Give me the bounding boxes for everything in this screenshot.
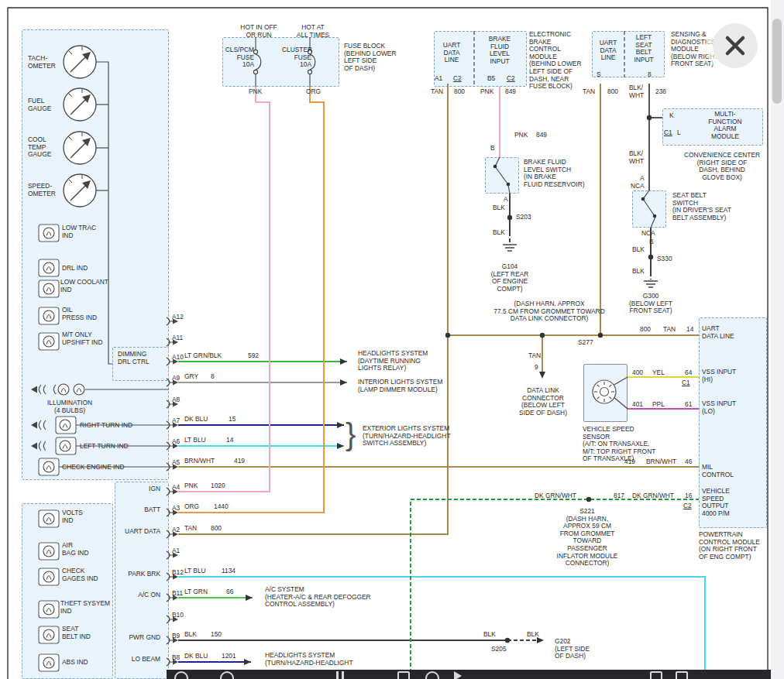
diagram-label: SENSING & DIAGNOSTICS MODULE (BELOW RIGH…: [671, 31, 718, 68]
diagram-label: 61: [685, 401, 692, 409]
diagram-label: 150: [211, 631, 222, 639]
diagram-label: 1020: [211, 482, 225, 490]
diagram-label: BLK: [483, 631, 496, 639]
diagram-label: 849: [536, 132, 547, 139]
diagram-label: S277: [578, 339, 593, 347]
diagram-label: 64: [685, 369, 692, 377]
diagram-label: B9: [172, 633, 180, 640]
close-button[interactable]: [713, 23, 758, 68]
scrollbar[interactable]: [771, 0, 784, 679]
diagram-label: BLK: [632, 268, 645, 276]
diagram-label: VSS INPUT (HI): [702, 369, 736, 383]
diagram-label: DK BLU: [184, 416, 208, 424]
diagram-label: 14: [686, 326, 693, 334]
scrollbar-thumb[interactable]: [772, 19, 782, 104]
diagram-label: A/C ON: [118, 592, 160, 599]
diagram-label: BLK: [527, 631, 539, 639]
diagram-label: A6: [172, 438, 180, 446]
diagram-label: VSS INPUT (LO): [702, 400, 736, 415]
diagram-label: MIL CONTROL: [702, 464, 734, 478]
diagram-label: S221 (DASH HARN, APPROX 59 CM FROM GROMM…: [555, 508, 620, 568]
diagram-label: UART DATA LINE: [593, 39, 624, 62]
diagram-label: C2: [683, 502, 692, 510]
diagram-label: AIR BAG IND: [62, 542, 88, 557]
diagram-label: 1440: [214, 503, 229, 511]
diagram-label: ORG: [306, 88, 321, 96]
diagram-label: 238: [655, 88, 666, 96]
diagram-label: BATT: [118, 506, 160, 514]
annotation-icon[interactable]: [336, 671, 339, 679]
diagram-label: VEHICLE SPEED OUTPUT 4000 P/M: [702, 488, 730, 517]
diagram-label: DK GRN/WHT: [535, 492, 576, 500]
diagram-label: 800: [640, 326, 651, 334]
diagram-label: C1: [682, 379, 690, 387]
diagram-label: A3: [172, 505, 180, 513]
diagram-label: NCA: [631, 183, 645, 190]
diagram-label: A1: [172, 547, 180, 555]
diagram-label: CLS/PCM FUSE 10A: [225, 46, 254, 69]
diagram-label: S203: [516, 214, 531, 221]
diagram-label: LEFT TURN IND: [80, 443, 129, 451]
play-icon[interactable]: [454, 671, 462, 679]
diagram-label: FUSE BLOCK (BEHIND LOWER LEFT SIDE OF DA…: [344, 43, 396, 72]
diagram-label: C2: [507, 75, 515, 83]
diagram-label: LT GRN: [184, 588, 208, 596]
diagram-label: ILLUMINATION (4 BULBS): [40, 400, 99, 414]
diagram-label: UART DATA LINE: [702, 325, 734, 340]
info-icon[interactable]: [220, 671, 234, 679]
bottom-toolbar: [167, 670, 771, 679]
diagram-label: G202 (LEFT SIDE OF DASH): [555, 638, 590, 660]
diagram-label: EXTERIOR LIGHTS SYSTEM (TURN/HAZARD-HEAD…: [363, 425, 451, 448]
diagram-label: 46: [685, 458, 692, 466]
diagram-label: COOL TEMP GAUGE: [28, 136, 51, 159]
diagram-label: S: [597, 71, 601, 79]
diagram-label: B5: [487, 75, 495, 83]
diagram-label: LT BLU: [184, 437, 206, 444]
diagram-label: 1134: [222, 568, 236, 575]
diagram-label: LT BLU: [184, 568, 206, 575]
diagram-label: 1201: [222, 653, 236, 660]
diagram-label: 419: [624, 458, 635, 466]
diagram-label: 800: [211, 525, 222, 533]
diagram-label: SEAT BELT SWITCH (IN DRIVER'S SEAT BELT …: [672, 192, 731, 221]
close-icon: [713, 23, 758, 68]
diagram-label: LOW COOLANT IND: [60, 279, 108, 293]
refresh-icon[interactable]: [174, 671, 188, 679]
diagram-label: LEFT SEAT BELT INPUT: [626, 34, 662, 63]
annotation-icon-2[interactable]: [342, 671, 344, 679]
diagram-label: THEFT SYSYEM IND: [60, 600, 110, 615]
labels-layer: TACH- OMETERFUEL GAUGECOOL TEMP GAUGESPE…: [0, 0, 784, 679]
diagram-label: BLK: [493, 229, 505, 237]
record-icon[interactable]: [425, 671, 439, 679]
diagram-label: LT GRN/BLK: [184, 352, 222, 360]
diagram-label: VOLTS IND: [62, 509, 83, 524]
diagram-label: A4: [172, 484, 180, 492]
window-icon[interactable]: [650, 671, 662, 679]
diagram-label: C2: [453, 75, 462, 83]
diagram-label: PNK: [184, 482, 198, 490]
diagram-label: NCA: [641, 230, 655, 238]
diagram-label: A1: [435, 75, 442, 83]
diagram-label: 419: [234, 458, 245, 465]
diagram-label: BRAKE FLUID LEVEL INPUT: [482, 36, 518, 65]
diagram-label: A7: [172, 417, 180, 425]
diagram-label: UART DATA: [118, 528, 160, 536]
diagram-label: BLK/ WHT: [629, 150, 644, 165]
diagram-label: SPEED- OMETER: [28, 183, 56, 197]
grid-icon[interactable]: [397, 671, 410, 679]
diagram-label: DK BLU: [184, 653, 208, 660]
diagram-label: A11: [172, 334, 183, 342]
diagram-label: 849: [505, 88, 516, 96]
diagram-label: 8: [211, 373, 215, 381]
diagram-label: A/C SYSTEM (HEATER-A/C & REAR DEFOGGER C…: [265, 586, 371, 609]
diagram-label: 66: [226, 588, 233, 596]
wiring-diagram-page: TACH- OMETERFUEL GAUGECOOL TEMP GAUGESPE…: [0, 0, 784, 679]
diagram-label: IGN: [118, 485, 160, 493]
diagram-label: 817: [614, 492, 624, 500]
window-icon-2[interactable]: [676, 671, 688, 679]
diagram-label: LOW TRAC IND: [62, 225, 96, 239]
diagram-label: PPL: [652, 401, 665, 409]
diagram-label: 400: [632, 369, 643, 377]
diagram-label: TAN: [528, 352, 541, 360]
diagram-label: YEL: [652, 369, 665, 377]
